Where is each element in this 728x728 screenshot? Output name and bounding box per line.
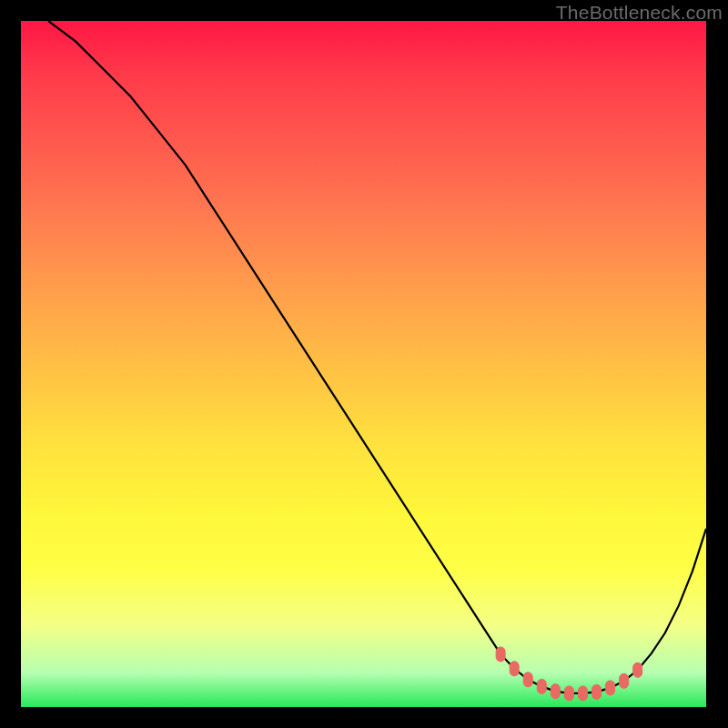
marker-point	[523, 672, 532, 687]
marker-point	[633, 662, 642, 677]
marker-point	[592, 684, 602, 699]
marker-point	[578, 686, 587, 701]
bottleneck-curve	[48, 21, 706, 693]
marker-point	[564, 686, 573, 701]
marker-point	[537, 679, 546, 693]
marker-point	[551, 684, 560, 699]
marker-point	[606, 681, 615, 695]
chart-plot-area	[21, 21, 706, 707]
marker-point	[510, 662, 519, 676]
marker-point	[496, 647, 505, 662]
highlighted-region-markers	[496, 647, 642, 701]
chart-svg	[21, 21, 706, 707]
watermark-text: TheBottleneck.com	[556, 2, 723, 24]
marker-point	[620, 673, 629, 688]
